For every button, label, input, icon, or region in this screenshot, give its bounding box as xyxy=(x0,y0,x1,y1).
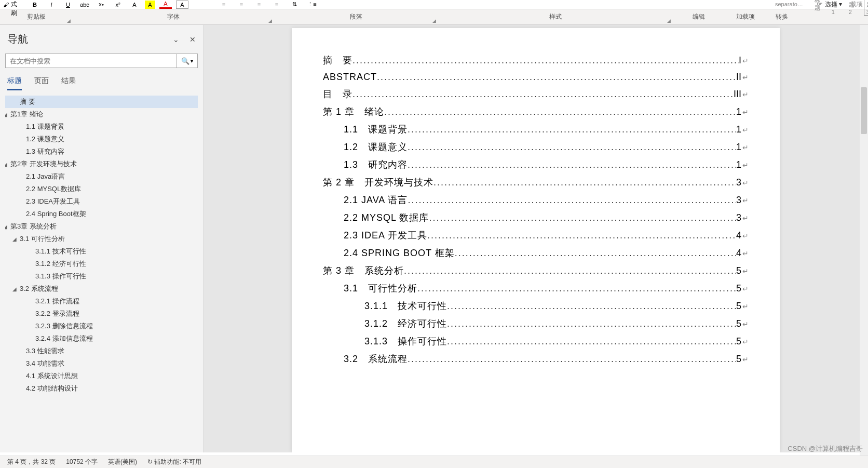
status-language[interactable]: 英语(美国) xyxy=(108,458,137,466)
outline-item[interactable]: 3.2.4 添加信息流程 xyxy=(5,332,198,345)
toc-line[interactable]: 1.2 课题意义 ...............................… xyxy=(323,141,749,153)
outline-item[interactable]: 3.2.1 操作流程 xyxy=(5,295,198,307)
toc-title: 第 2 章 开发环境与技术 xyxy=(323,176,433,189)
toc-line[interactable]: 目 录 ....................................… xyxy=(323,88,749,100)
outline-item[interactable]: 2.1 Java语言 xyxy=(5,170,198,183)
outline-item[interactable]: 3.2.3 删除信息流程 xyxy=(5,320,198,332)
underline-button[interactable]: U xyxy=(62,1,74,9)
toc-line[interactable]: 2.4 SPRING BOOT 框架 .....................… xyxy=(323,247,749,259)
status-page[interactable]: 第 4 页，共 32 页 xyxy=(7,458,56,466)
font-launcher-icon[interactable]: ◢ xyxy=(268,18,272,23)
superscript-button[interactable]: x² xyxy=(112,1,124,9)
toc-line[interactable]: 2.1 JAVA 语言 ............................… xyxy=(323,194,749,206)
toc-line[interactable]: ABSTRACT ...............................… xyxy=(323,72,749,83)
toc-line[interactable]: 1.3 研究内容 ...............................… xyxy=(323,158,749,171)
toc-line[interactable]: 3.1.1 技术可行性 ............................… xyxy=(323,300,749,312)
chevron-down-icon[interactable]: ◢ xyxy=(5,224,9,230)
outline-item[interactable]: 1.2 课题意义 xyxy=(5,133,198,145)
outline-item[interactable]: 3.1.2 经济可行性 xyxy=(5,258,198,270)
outline-item-label: 2.2 MYSQL数据库 xyxy=(26,184,81,194)
outline-item[interactable]: 1.1 课题背景 xyxy=(5,121,198,133)
chevron-down-icon[interactable]: ◢ xyxy=(12,236,19,242)
tab-headings[interactable]: 标题 xyxy=(7,76,22,90)
scrollbar-vertical[interactable] xyxy=(860,25,868,456)
font-color-button[interactable]: A xyxy=(159,1,172,9)
outline-item-label: 3.1.3 操作可行性 xyxy=(35,272,86,281)
toc-page-number: 5 xyxy=(736,318,741,329)
select-button[interactable]: ☞ 选择 ▾ xyxy=(817,0,842,9)
chevron-down-icon[interactable]: ◢ xyxy=(5,112,9,117)
align-justify-button[interactable]: ≡ xyxy=(270,1,283,9)
outline-item-label: 摘 要 xyxy=(20,97,35,106)
toc-line[interactable]: 1.1 课题背景 ...............................… xyxy=(323,123,749,136)
style-separator[interactable]: separato… xyxy=(773,1,805,7)
font-effect-button[interactable]: A xyxy=(128,1,141,9)
toc-line[interactable]: 3.2 系统流程 ...............................… xyxy=(323,353,749,365)
outline-item-label: 3.2.1 操作流程 xyxy=(35,297,79,306)
outline-item[interactable]: 1.3 研究内容 xyxy=(5,145,198,158)
outline-item[interactable]: 摘 要 xyxy=(5,96,198,108)
outline-item[interactable]: ◢第1章 绪论 xyxy=(5,108,198,121)
toc-leader: ........................................… xyxy=(352,89,734,100)
outline-item[interactable]: 4.2 功能结构设计 xyxy=(5,382,198,395)
toc-line[interactable]: 3.1 可行性分析 ..............................… xyxy=(323,282,749,295)
search-input[interactable] xyxy=(6,54,177,68)
paragraph-launcher-icon[interactable]: ◢ xyxy=(432,18,436,23)
toc-line[interactable]: 第 3 章 系统分析 .............................… xyxy=(323,264,749,277)
outline-item[interactable]: 2.3 IDEA开发工具 xyxy=(5,195,198,208)
paragraph-mark-icon: ↵ xyxy=(742,267,749,275)
bold-button[interactable]: B xyxy=(29,1,41,9)
styles-launcher-icon[interactable]: ◢ xyxy=(667,18,671,23)
chevron-down-icon[interactable]: ◢ xyxy=(5,162,9,167)
style-heading3[interactable]: 标题 3 xyxy=(864,0,868,16)
load-addin[interactable]: 载项 xyxy=(850,0,863,9)
toc-page-number: 1 xyxy=(736,106,741,117)
align-left-button[interactable]: ≡ xyxy=(218,1,230,9)
align-center-button[interactable]: ≡ xyxy=(235,1,248,9)
outline-item[interactable]: ◢3.2 系统流程 xyxy=(5,283,198,295)
align-right-button[interactable]: ≡ xyxy=(253,1,265,9)
strike-button[interactable]: abc xyxy=(78,1,91,9)
outline-item[interactable]: ◢第3章 系统分析 xyxy=(5,220,198,233)
tab-results[interactable]: 结果 xyxy=(61,76,76,90)
line-spacing-button[interactable]: ⇅ xyxy=(288,1,301,9)
toc-line[interactable]: 第 1 章 绪论 ...............................… xyxy=(323,105,749,118)
status-accessibility[interactable]: ↻ 辅助功能: 不可用 xyxy=(147,458,201,466)
italic-button[interactable]: I xyxy=(45,1,58,9)
outline-item[interactable]: ◢第2章 开发环境与技术 xyxy=(5,158,198,170)
toc-line[interactable]: 2.3 IDEA 开发工具 ..........................… xyxy=(323,229,749,242)
outline-item[interactable]: 3.2.2 登录流程 xyxy=(5,307,198,320)
search-button[interactable]: 🔍▾ xyxy=(177,54,197,68)
outline-item[interactable]: 3.4 功能需求 xyxy=(5,357,198,370)
toc-line[interactable]: 3.1.2 经济可行性 ............................… xyxy=(323,317,749,330)
outline-item[interactable]: 2.4 Spring Boot框架 xyxy=(5,208,198,220)
outline-item[interactable]: 3.1.1 技术可行性 xyxy=(5,245,198,258)
highlight-button[interactable]: A xyxy=(145,1,155,9)
toc-leader: ........................................… xyxy=(455,248,736,259)
subscript-button[interactable]: x₂ xyxy=(95,1,107,9)
char-shading-button[interactable]: A xyxy=(176,1,188,9)
bullets-button[interactable]: ⋮≡ xyxy=(306,1,318,9)
paragraph-mark-icon: ↵ xyxy=(742,179,749,187)
tab-pages[interactable]: 页面 xyxy=(34,76,49,90)
status-words[interactable]: 10752 个字 xyxy=(66,458,98,466)
clipboard-launcher-icon[interactable]: ◢ xyxy=(67,18,71,23)
toc-leader: ........................................… xyxy=(352,55,739,66)
scroll-thumb[interactable] xyxy=(861,87,867,134)
outline-item-label: 1.1 课题背景 xyxy=(26,122,64,131)
outline-item[interactable]: 3.3 性能需求 xyxy=(5,345,198,357)
document-area[interactable]: 摘 要 ....................................… xyxy=(204,25,868,452)
close-icon[interactable]: ✕ xyxy=(189,35,196,44)
paragraph-mark-icon: ↵ xyxy=(742,338,749,346)
outline-item[interactable]: 2.2 MYSQL数据库 xyxy=(5,183,198,195)
outline-item[interactable]: 3.1.3 操作可行性 xyxy=(5,270,198,283)
outline-item[interactable]: 4.1 系统设计思想 xyxy=(5,370,198,382)
collapse-icon[interactable]: ⌄ xyxy=(173,35,179,44)
toc-line[interactable]: 2.2 MYSQL 数据库 ..........................… xyxy=(323,211,749,224)
outline-item[interactable]: ◢3.1 可行性分析 xyxy=(5,233,198,245)
chevron-down-icon[interactable]: ◢ xyxy=(12,286,19,292)
toc-line[interactable]: 3.1.3 操作可行性 ............................… xyxy=(323,335,749,347)
toc-line[interactable]: 摘 要 ....................................… xyxy=(323,54,749,66)
paragraph-mark-icon: ↵ xyxy=(742,285,749,293)
toc-line[interactable]: 第 2 章 开发环境与技术 ..........................… xyxy=(323,176,749,189)
